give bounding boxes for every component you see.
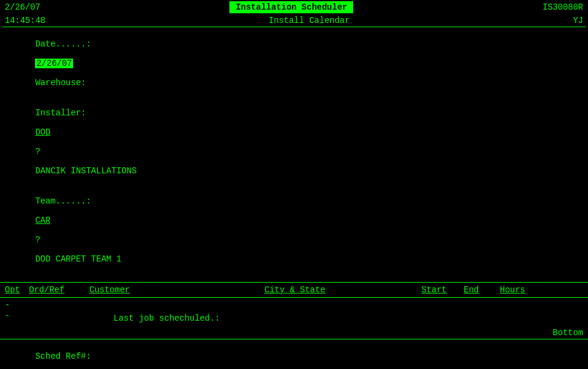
info-section: Date......: 2/26/07 Warehouse: Installer… — [0, 27, 588, 277]
col-header-end: End — [464, 285, 500, 295]
sched-ref-bar: Sched Ref#: 1029501, WILLIAMS FLO,PEEKSK… — [0, 339, 588, 369]
opt-value-1[interactable]: - — [5, 300, 29, 310]
last-job-message: Last job schechuled.: — [113, 313, 220, 323]
installer-name: DANCIK INSTALLATIONS — [35, 166, 136, 176]
app-title: Installation Scheduler — [229, 1, 353, 13]
col-header-customer: Customer — [89, 285, 264, 295]
date-value: 2/26/07 — [35, 59, 73, 68]
col-header-hours: Hours — [500, 285, 542, 295]
data-rows: - - Last job schechuled.: — [0, 298, 588, 327]
opt-value-2[interactable]: - — [5, 311, 29, 323]
column-headers: Opt Ord/Ref Customer City & State Start … — [0, 282, 588, 298]
installer-separator: ? — [35, 147, 40, 156]
last-job-row: - Last job schechuled.: — [5, 311, 583, 323]
installer-line: Installer: DOD ? DANCIK INSTALLATIONS — [5, 98, 583, 185]
team-name: DOD CARPET TEAM 1 — [35, 254, 121, 264]
col-header-start: Start — [421, 285, 464, 295]
header-row-2: 14:45:48 Install Calendar YJ — [0, 14, 588, 27]
bottom-label: Bottom — [0, 327, 588, 339]
main-screen: 2/26/07 Installation Scheduler IS30080R … — [0, 0, 588, 369]
team-label: Team......: — [35, 196, 91, 206]
table-row-1: - — [5, 300, 583, 310]
report-id: IS30080R — [543, 2, 583, 12]
sched-ref-label: Sched Ref#: — [35, 351, 91, 361]
col-header-opt: Opt — [5, 285, 29, 295]
app-subtitle: Install Calendar — [269, 16, 350, 25]
installer-code: DOD — [35, 127, 50, 137]
header-row-1: 2/26/07 Installation Scheduler IS30080R — [0, 0, 588, 14]
team-line: Team......: CAR ? DOD CARPET TEAM 1 — [5, 187, 583, 274]
datetime-line1: 2/26/07 — [5, 2, 40, 12]
date-label: Date......: — [35, 39, 91, 49]
team-code: CAR — [35, 216, 50, 225]
datetime-line2: 14:45:48 — [5, 16, 45, 25]
team-separator: ? — [35, 235, 40, 245]
col-header-city: City & State — [264, 285, 421, 295]
date-line: Date......: 2/26/07 Warehouse: — [5, 30, 583, 97]
warehouse-label: Warehouse: — [35, 78, 86, 88]
bottom-section: Bottom Sched Ref#: 1029501, WILLIAMS FLO… — [0, 327, 588, 369]
installer-label: Installer: — [35, 108, 86, 118]
col-header-ord: Ord/Ref — [29, 285, 89, 295]
user-id: YJ — [573, 16, 583, 25]
